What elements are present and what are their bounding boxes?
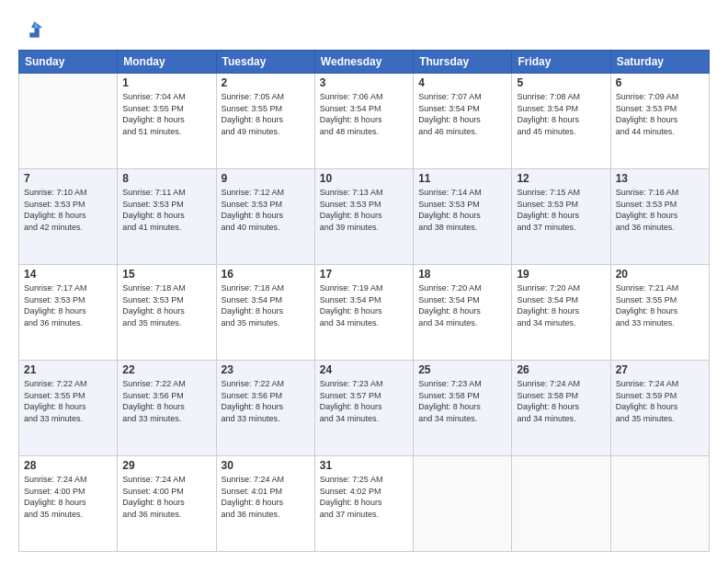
day-info: Sunrise: 7:06 AM Sunset: 3:54 PM Dayligh… xyxy=(320,91,408,137)
calendar-cell: 26Sunrise: 7:24 AM Sunset: 3:58 PM Dayli… xyxy=(512,361,610,456)
day-number: 4 xyxy=(418,76,506,89)
calendar-cell: 9Sunrise: 7:12 AM Sunset: 3:53 PM Daylig… xyxy=(216,169,314,265)
day-number: 2 xyxy=(222,76,310,89)
day-number: 3 xyxy=(320,76,408,89)
day-header-wednesday: Wednesday xyxy=(314,51,413,74)
calendar-cell xyxy=(610,456,709,552)
calendar-cell: 18Sunrise: 7:20 AM Sunset: 3:54 PM Dayli… xyxy=(414,265,512,361)
day-number: 8 xyxy=(122,172,210,185)
calendar-week-3: 14Sunrise: 7:17 AM Sunset: 3:53 PM Dayli… xyxy=(19,265,710,361)
day-info: Sunrise: 7:23 AM Sunset: 3:57 PM Dayligh… xyxy=(320,378,408,424)
calendar-cell: 7Sunrise: 7:10 AM Sunset: 3:53 PM Daylig… xyxy=(19,169,118,265)
day-number: 15 xyxy=(122,268,210,281)
day-number: 21 xyxy=(24,363,112,376)
day-info: Sunrise: 7:21 AM Sunset: 3:55 PM Dayligh… xyxy=(616,282,704,328)
day-info: Sunrise: 7:09 AM Sunset: 3:53 PM Dayligh… xyxy=(616,91,704,137)
calendar-cell: 10Sunrise: 7:13 AM Sunset: 3:53 PM Dayli… xyxy=(314,169,413,265)
day-info: Sunrise: 7:12 AM Sunset: 3:53 PM Dayligh… xyxy=(222,187,310,233)
calendar-cell: 2Sunrise: 7:05 AM Sunset: 3:55 PM Daylig… xyxy=(216,74,314,169)
day-number: 29 xyxy=(122,459,210,472)
day-info: Sunrise: 7:19 AM Sunset: 3:54 PM Dayligh… xyxy=(320,282,408,328)
day-number: 7 xyxy=(24,172,112,185)
day-number: 24 xyxy=(320,363,408,376)
calendar-cell: 13Sunrise: 7:16 AM Sunset: 3:53 PM Dayli… xyxy=(610,169,709,265)
day-number: 11 xyxy=(418,172,506,185)
day-info: Sunrise: 7:23 AM Sunset: 3:58 PM Dayligh… xyxy=(418,378,506,424)
calendar-cell: 6Sunrise: 7:09 AM Sunset: 3:53 PM Daylig… xyxy=(610,74,709,169)
calendar-cell: 12Sunrise: 7:15 AM Sunset: 3:53 PM Dayli… xyxy=(512,169,610,265)
calendar-cell: 27Sunrise: 7:24 AM Sunset: 3:59 PM Dayli… xyxy=(610,361,709,456)
day-header-monday: Monday xyxy=(118,51,216,74)
calendar-header-row: SundayMondayTuesdayWednesdayThursdayFrid… xyxy=(19,51,710,74)
day-number: 6 xyxy=(616,76,704,89)
calendar-week-4: 21Sunrise: 7:22 AM Sunset: 3:55 PM Dayli… xyxy=(19,361,710,456)
calendar-cell: 14Sunrise: 7:17 AM Sunset: 3:53 PM Dayli… xyxy=(19,265,118,361)
day-number: 18 xyxy=(418,268,506,281)
day-info: Sunrise: 7:11 AM Sunset: 3:53 PM Dayligh… xyxy=(122,187,210,233)
day-info: Sunrise: 7:10 AM Sunset: 3:53 PM Dayligh… xyxy=(24,187,112,233)
calendar-cell: 17Sunrise: 7:19 AM Sunset: 3:54 PM Dayli… xyxy=(314,265,413,361)
calendar-cell: 3Sunrise: 7:06 AM Sunset: 3:54 PM Daylig… xyxy=(314,74,413,169)
calendar-cell: 20Sunrise: 7:21 AM Sunset: 3:55 PM Dayli… xyxy=(610,265,709,361)
day-info: Sunrise: 7:13 AM Sunset: 3:53 PM Dayligh… xyxy=(320,187,408,233)
calendar-cell: 28Sunrise: 7:24 AM Sunset: 4:00 PM Dayli… xyxy=(19,456,118,552)
day-info: Sunrise: 7:24 AM Sunset: 4:00 PM Dayligh… xyxy=(122,474,210,520)
day-info: Sunrise: 7:14 AM Sunset: 3:53 PM Dayligh… xyxy=(418,187,506,233)
calendar-cell: 16Sunrise: 7:18 AM Sunset: 3:54 PM Dayli… xyxy=(216,265,314,361)
calendar-cell: 8Sunrise: 7:11 AM Sunset: 3:53 PM Daylig… xyxy=(118,169,216,265)
day-number: 5 xyxy=(517,76,605,89)
calendar-cell: 22Sunrise: 7:22 AM Sunset: 3:56 PM Dayli… xyxy=(118,361,216,456)
calendar-cell xyxy=(512,456,610,552)
day-header-friday: Friday xyxy=(512,51,610,74)
calendar-cell: 25Sunrise: 7:23 AM Sunset: 3:58 PM Dayli… xyxy=(414,361,512,456)
calendar-cell xyxy=(19,74,118,169)
day-info: Sunrise: 7:25 AM Sunset: 4:02 PM Dayligh… xyxy=(320,474,408,520)
calendar-cell xyxy=(414,456,512,552)
logo-icon xyxy=(18,17,44,42)
day-info: Sunrise: 7:22 AM Sunset: 3:56 PM Dayligh… xyxy=(222,378,310,424)
day-number: 13 xyxy=(616,172,704,185)
day-number: 28 xyxy=(24,459,112,472)
day-info: Sunrise: 7:20 AM Sunset: 3:54 PM Dayligh… xyxy=(517,282,605,328)
day-number: 27 xyxy=(616,363,704,376)
day-header-thursday: Thursday xyxy=(414,51,512,74)
calendar-week-2: 7Sunrise: 7:10 AM Sunset: 3:53 PM Daylig… xyxy=(19,169,710,265)
day-info: Sunrise: 7:22 AM Sunset: 3:56 PM Dayligh… xyxy=(122,378,210,424)
day-number: 19 xyxy=(517,268,605,281)
day-number: 1 xyxy=(122,76,210,89)
calendar-cell: 29Sunrise: 7:24 AM Sunset: 4:00 PM Dayli… xyxy=(118,456,216,552)
calendar-cell: 19Sunrise: 7:20 AM Sunset: 3:54 PM Dayli… xyxy=(512,265,610,361)
calendar-cell: 23Sunrise: 7:22 AM Sunset: 3:56 PM Dayli… xyxy=(216,361,314,456)
calendar-cell: 21Sunrise: 7:22 AM Sunset: 3:55 PM Dayli… xyxy=(19,361,118,456)
day-info: Sunrise: 7:16 AM Sunset: 3:53 PM Dayligh… xyxy=(616,187,704,233)
day-header-tuesday: Tuesday xyxy=(216,51,314,74)
day-info: Sunrise: 7:24 AM Sunset: 3:59 PM Dayligh… xyxy=(616,378,704,424)
calendar-cell: 4Sunrise: 7:07 AM Sunset: 3:54 PM Daylig… xyxy=(414,74,512,169)
svg-rect-0 xyxy=(18,17,44,42)
day-info: Sunrise: 7:18 AM Sunset: 3:54 PM Dayligh… xyxy=(222,282,310,328)
day-info: Sunrise: 7:24 AM Sunset: 4:01 PM Dayligh… xyxy=(222,474,310,520)
calendar-cell: 1Sunrise: 7:04 AM Sunset: 3:55 PM Daylig… xyxy=(118,74,216,169)
day-header-saturday: Saturday xyxy=(610,51,709,74)
day-number: 31 xyxy=(320,459,408,472)
day-number: 30 xyxy=(222,459,310,472)
day-info: Sunrise: 7:05 AM Sunset: 3:55 PM Dayligh… xyxy=(222,91,310,137)
day-info: Sunrise: 7:20 AM Sunset: 3:54 PM Dayligh… xyxy=(418,282,506,328)
day-number: 12 xyxy=(517,172,605,185)
day-number: 25 xyxy=(418,363,506,376)
day-info: Sunrise: 7:24 AM Sunset: 3:58 PM Dayligh… xyxy=(517,378,605,424)
day-info: Sunrise: 7:07 AM Sunset: 3:54 PM Dayligh… xyxy=(418,91,506,137)
day-number: 22 xyxy=(122,363,210,376)
calendar-cell: 11Sunrise: 7:14 AM Sunset: 3:53 PM Dayli… xyxy=(414,169,512,265)
calendar-cell: 30Sunrise: 7:24 AM Sunset: 4:01 PM Dayli… xyxy=(216,456,314,552)
day-number: 14 xyxy=(24,268,112,281)
calendar-week-1: 1Sunrise: 7:04 AM Sunset: 3:55 PM Daylig… xyxy=(19,74,710,169)
day-info: Sunrise: 7:17 AM Sunset: 3:53 PM Dayligh… xyxy=(24,282,112,328)
calendar-cell: 15Sunrise: 7:18 AM Sunset: 3:53 PM Dayli… xyxy=(118,265,216,361)
calendar-week-5: 28Sunrise: 7:24 AM Sunset: 4:00 PM Dayli… xyxy=(19,456,710,552)
day-info: Sunrise: 7:15 AM Sunset: 3:53 PM Dayligh… xyxy=(517,187,605,233)
day-number: 23 xyxy=(222,363,310,376)
day-number: 16 xyxy=(222,268,310,281)
day-info: Sunrise: 7:22 AM Sunset: 3:55 PM Dayligh… xyxy=(24,378,112,424)
day-number: 10 xyxy=(320,172,408,185)
